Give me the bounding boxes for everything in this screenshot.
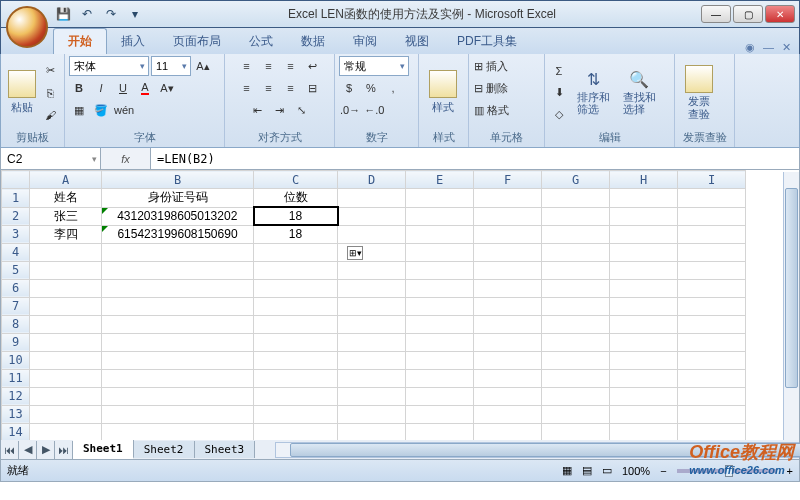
cell[interactable]: 身份证号码 xyxy=(102,189,254,208)
cell[interactable]: 615423199608150690 xyxy=(102,225,254,243)
cell[interactable] xyxy=(254,261,338,279)
cell[interactable] xyxy=(30,405,102,423)
cell[interactable] xyxy=(254,387,338,405)
cell[interactable]: 张三 xyxy=(30,207,102,225)
cell[interactable] xyxy=(678,261,746,279)
cell[interactable] xyxy=(610,369,678,387)
cell[interactable] xyxy=(542,189,610,208)
vertical-scrollbar[interactable] xyxy=(783,172,799,440)
cell[interactable] xyxy=(338,189,406,208)
cell[interactable] xyxy=(338,333,406,351)
cell[interactable] xyxy=(102,279,254,297)
font-size-combo[interactable]: 11 xyxy=(151,56,191,76)
cell[interactable] xyxy=(678,189,746,208)
increase-decimal-icon[interactable]: .0→ xyxy=(339,100,361,120)
cell[interactable] xyxy=(610,279,678,297)
cell[interactable] xyxy=(406,189,474,208)
decrease-decimal-icon[interactable]: ←.0 xyxy=(363,100,385,120)
phonetic-icon[interactable]: wén xyxy=(113,100,135,120)
cell[interactable]: 18 xyxy=(254,225,338,243)
cell[interactable] xyxy=(102,387,254,405)
cell[interactable] xyxy=(542,261,610,279)
align-right-icon[interactable]: ≡ xyxy=(281,78,301,98)
tab-pdf[interactable]: PDF工具集 xyxy=(443,29,531,54)
wrap-text-icon[interactable]: ↩ xyxy=(303,56,323,76)
cell[interactable] xyxy=(254,297,338,315)
row-header[interactable]: 9 xyxy=(2,333,30,351)
cell[interactable] xyxy=(406,243,474,261)
currency-icon[interactable]: $ xyxy=(339,78,359,98)
view-layout-icon[interactable]: ▤ xyxy=(582,464,592,477)
cell[interactable] xyxy=(542,369,610,387)
cell[interactable] xyxy=(610,297,678,315)
sheet-tab[interactable]: Sheet2 xyxy=(134,441,195,458)
save-icon[interactable]: 💾 xyxy=(53,4,73,24)
tab-insert[interactable]: 插入 xyxy=(107,29,159,54)
cell[interactable] xyxy=(30,279,102,297)
cell[interactable] xyxy=(542,351,610,369)
cell[interactable] xyxy=(678,405,746,423)
cell[interactable] xyxy=(474,405,542,423)
cell[interactable] xyxy=(30,351,102,369)
cell[interactable]: 431203198605013202 xyxy=(102,207,254,225)
cell[interactable] xyxy=(474,333,542,351)
align-top-icon[interactable]: ≡ xyxy=(237,56,257,76)
cell[interactable] xyxy=(610,225,678,243)
cell[interactable] xyxy=(254,333,338,351)
row-header[interactable]: 14 xyxy=(2,423,30,440)
row-header[interactable]: 13 xyxy=(2,405,30,423)
col-header-I[interactable]: I xyxy=(678,171,746,189)
cell[interactable] xyxy=(338,315,406,333)
cell[interactable]: 姓名 xyxy=(30,189,102,208)
cell[interactable] xyxy=(102,405,254,423)
cell[interactable] xyxy=(30,243,102,261)
font-name-combo[interactable]: 宋体 xyxy=(69,56,149,76)
cell[interactable] xyxy=(610,423,678,440)
col-header-E[interactable]: E xyxy=(406,171,474,189)
cell[interactable] xyxy=(30,297,102,315)
cell[interactable] xyxy=(254,423,338,440)
formula-input[interactable]: =LEN(B2) xyxy=(151,148,799,169)
cell[interactable]: 位数 xyxy=(254,189,338,208)
fill-color-icon[interactable]: 🪣 xyxy=(91,100,111,120)
row-header[interactable]: 3 xyxy=(2,225,30,243)
percent-icon[interactable]: % xyxy=(361,78,381,98)
cell[interactable] xyxy=(338,279,406,297)
cell[interactable] xyxy=(338,405,406,423)
cell[interactable] xyxy=(678,243,746,261)
cell[interactable] xyxy=(678,387,746,405)
col-header-A[interactable]: A xyxy=(30,171,102,189)
cell[interactable] xyxy=(678,315,746,333)
cell[interactable] xyxy=(474,387,542,405)
col-header-H[interactable]: H xyxy=(610,171,678,189)
cell[interactable] xyxy=(406,297,474,315)
cell[interactable]: 李四 xyxy=(30,225,102,243)
comma-icon[interactable]: , xyxy=(383,78,403,98)
tab-review[interactable]: 审阅 xyxy=(339,29,391,54)
cell[interactable] xyxy=(406,387,474,405)
sheet-tab[interactable]: Sheet3 xyxy=(195,441,256,458)
row-header[interactable]: 1 xyxy=(2,189,30,208)
cell[interactable] xyxy=(406,405,474,423)
view-normal-icon[interactable]: ▦ xyxy=(562,464,572,477)
row-header[interactable]: 7 xyxy=(2,297,30,315)
cell[interactable] xyxy=(474,369,542,387)
col-header-C[interactable]: C xyxy=(254,171,338,189)
office-button[interactable] xyxy=(6,6,48,48)
format-cells-button[interactable]: ▥ 格式 xyxy=(473,100,537,120)
row-header[interactable]: 6 xyxy=(2,279,30,297)
cell[interactable] xyxy=(102,315,254,333)
cell[interactable] xyxy=(406,351,474,369)
align-bottom-icon[interactable]: ≡ xyxy=(281,56,301,76)
cell[interactable] xyxy=(610,351,678,369)
cell[interactable] xyxy=(102,351,254,369)
sheet-nav-next-icon[interactable]: ▶ xyxy=(37,441,55,459)
cell[interactable] xyxy=(406,333,474,351)
cell[interactable] xyxy=(542,243,610,261)
row-header[interactable]: 10 xyxy=(2,351,30,369)
cell[interactable] xyxy=(406,279,474,297)
cell[interactable] xyxy=(338,261,406,279)
sheet-tab[interactable]: Sheet1 xyxy=(73,440,134,459)
cell[interactable] xyxy=(542,279,610,297)
cell[interactable] xyxy=(610,243,678,261)
